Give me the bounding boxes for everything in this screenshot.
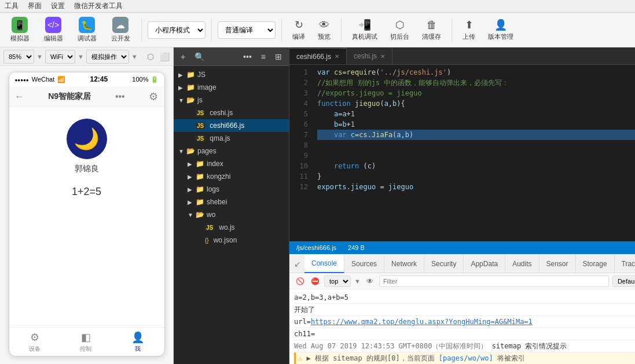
tree-item-wo[interactable]: ▼ 📂 wo (174, 208, 289, 221)
upload-icon: ⬆ (465, 19, 474, 31)
clear-button[interactable]: 🗑 清缓存 (417, 17, 446, 43)
preview-button[interactable]: 👁 预览 (313, 17, 335, 43)
file-toolbar: + 🔍 ••• ≡ ⊞ (174, 47, 289, 66)
menu-tools[interactable]: 工具 (5, 1, 19, 11)
equation-display: 1+2=5 (72, 186, 101, 198)
file-size: 249 B (348, 244, 365, 251)
tree-item-image-folder[interactable]: ▶ 📁 image (174, 81, 289, 94)
tab-console[interactable]: Console (304, 255, 344, 273)
tree-item-shebei[interactable]: ▶ 📁 shebei (174, 196, 289, 208)
console-clear-icon[interactable]: 🚫 (294, 275, 306, 287)
real-test-button[interactable]: 📲 真机调试 (347, 16, 382, 43)
toolbar: 📱 模拟器 </> 编辑器 🐛 调试器 ☁ 云开发 小程序模式 普通编译 ↻ 编… (0, 13, 635, 47)
nav-me[interactable]: 👤 我 (131, 331, 144, 353)
context-select[interactable]: top (324, 275, 351, 287)
tab-ceshi[interactable]: ceshi.js ✕ (347, 48, 392, 64)
console-line: Wed Aug 07 2019 12:43:53 GMT+0800（中国标准时间… (294, 340, 635, 352)
tab-network[interactable]: Network (384, 255, 424, 273)
tree-item-wo-json[interactable]: {} wo.json (174, 234, 289, 247)
menu-settings[interactable]: 设置 (51, 1, 65, 11)
tree-item-kongzhi[interactable]: ▶ 📁 kongzhi (174, 170, 289, 183)
folder-icon: 📁 (196, 185, 204, 193)
levels-select[interactable]: Default levels (612, 275, 635, 287)
js-file-icon: JS (196, 123, 205, 129)
search-icon[interactable]: 🔍 (192, 51, 207, 62)
eye-icon[interactable]: 👁 (364, 275, 376, 287)
console-link[interactable]: https://www.qma2.top/denglu.aspx?YongHuM… (311, 318, 533, 326)
close-tab-icon[interactable]: ✕ (380, 53, 385, 60)
tree-item-logs[interactable]: ▶ 📁 logs (174, 183, 289, 196)
phone-nav-bar: ← N9智能家居 ••• ⚙ (9, 86, 164, 107)
refresh-icon: ↻ (295, 19, 303, 31)
tree-item-ceshi-js[interactable]: JS ceshi.js (174, 106, 289, 119)
simulator-button[interactable]: 📱 模拟器 (5, 15, 35, 45)
panel-icon[interactable]: ⊞ (273, 51, 284, 62)
tab-ceshi666[interactable]: ceshi666.js ✕ (289, 48, 347, 64)
tree-item-js-dir[interactable]: ▼ 📂 js (174, 94, 289, 106)
tree-item-pages[interactable]: ▼ 📂 pages (174, 145, 289, 157)
simulator-panel: 85% ▼ WiFi ▼ 模拟操作 ▼ ⬡ ⬜ ●●●●● WeChat (0, 47, 174, 364)
mode-select[interactable]: 小程序模式 (148, 21, 205, 39)
version-icon: 👤 (494, 19, 507, 31)
console-block-icon[interactable]: ⛔ (309, 275, 321, 287)
phone-frame: ●●●●● WeChat 📶 12:45 100% 🔋 ← N9智能家居 ••• (9, 72, 165, 356)
sim-controls: 85% ▼ WiFi ▼ 模拟操作 ▼ ⬡ ⬜ (0, 47, 173, 66)
nav-control[interactable]: ◧ 控制 (80, 331, 91, 353)
tree-item-index[interactable]: ▶ 📁 index (174, 157, 289, 170)
phone-bottom-nav: ⚙ 设备 ◧ 控制 👤 我 (9, 327, 164, 356)
clear-icon: 🗑 (427, 19, 437, 31)
separator-2 (211, 19, 212, 42)
more-options-icon[interactable]: ••• (241, 51, 254, 62)
cut-button[interactable]: ⬡ 切后台 (386, 16, 414, 43)
menu-interface[interactable]: 界面 (28, 1, 42, 11)
editor-button[interactable]: </> 编辑器 (38, 15, 68, 45)
devtools-expand-icon[interactable]: ↙ (294, 259, 301, 269)
tab-sensor[interactable]: Sensor (539, 255, 576, 273)
folder-icon: 📁 (186, 83, 195, 91)
console-output: a=2,b=3,a+b=5 开始了 url=https://www.qma2.t… (289, 289, 635, 364)
console-line: url=https://www.qma2.top/denglu.aspx?Yon… (294, 316, 635, 328)
eye-icon: 👁 (319, 19, 329, 31)
expand-icon[interactable]: ⬜ (160, 52, 170, 61)
tab-audits[interactable]: Audits (505, 255, 539, 273)
tree-item-qma-js[interactable]: JS qma.js (174, 132, 289, 145)
filter-input[interactable] (379, 275, 609, 287)
menu-weixin[interactable]: 微信开发者工具 (74, 1, 123, 11)
tab-trace[interactable]: Trace (615, 255, 635, 273)
code-editor[interactable]: var cs=require('../js/ceshi.js') //如果想用 … (313, 65, 635, 241)
add-file-icon[interactable]: + (178, 51, 188, 62)
tree-item-js-folder[interactable]: ▶ 📁 JS (174, 68, 289, 81)
debugger-button[interactable]: 🐛 调试器 (72, 15, 102, 45)
folder-icon: 📁 (196, 198, 204, 206)
phone-area: ●●●●● WeChat 📶 12:45 100% 🔋 ← N9智能家居 ••• (0, 66, 173, 364)
debugger-icon: 🐛 (79, 17, 95, 33)
version-button[interactable]: 👤 版本管理 (483, 16, 518, 43)
cloud-icon: ☁ (112, 17, 129, 33)
tab-storage[interactable]: Storage (576, 255, 615, 273)
tree-item-wo-js[interactable]: JS wo.js (174, 221, 289, 234)
network-select[interactable]: WiFi (45, 50, 75, 64)
operation-select[interactable]: 模拟操作 (86, 50, 129, 64)
page-title: N9智能家居 (48, 91, 91, 102)
compile-button[interactable]: ↻ 编译 (288, 16, 310, 43)
sort-icon[interactable]: ≡ (259, 51, 268, 62)
device-icon: ⚙ (30, 331, 39, 344)
cloud-button[interactable]: ☁ 云开发 (105, 15, 135, 45)
tab-security[interactable]: Security (424, 255, 464, 273)
tab-sources[interactable]: Sources (344, 255, 384, 273)
tree-item-ceshi666-js[interactable]: JS ceshi666.js (174, 119, 289, 132)
back-icon[interactable]: ← (15, 91, 24, 102)
console-line: 开始了 (294, 304, 635, 316)
rotate-icon[interactable]: ⬡ (147, 52, 154, 61)
file-path: /js/ceshi666.js (296, 244, 336, 251)
console-warn-line: ⚠ ▶ 根据 sitemap 的规则[0]，当前页面 [pages/wo/wo]… (294, 352, 635, 364)
compile-select[interactable]: 普通编译 (218, 21, 276, 39)
tab-appdata[interactable]: AppData (464, 255, 505, 273)
nav-device[interactable]: ⚙ 设备 (29, 331, 41, 353)
upload-button[interactable]: ⬆ 上传 (458, 16, 480, 43)
phone-status-bar: ●●●●● WeChat 📶 12:45 100% 🔋 (9, 72, 164, 86)
zoom-select[interactable]: 85% (3, 50, 34, 64)
close-tab-icon[interactable]: ✕ (335, 53, 339, 60)
settings-icon[interactable]: ⚙ (149, 90, 158, 103)
more-icon[interactable]: ••• (115, 91, 125, 102)
